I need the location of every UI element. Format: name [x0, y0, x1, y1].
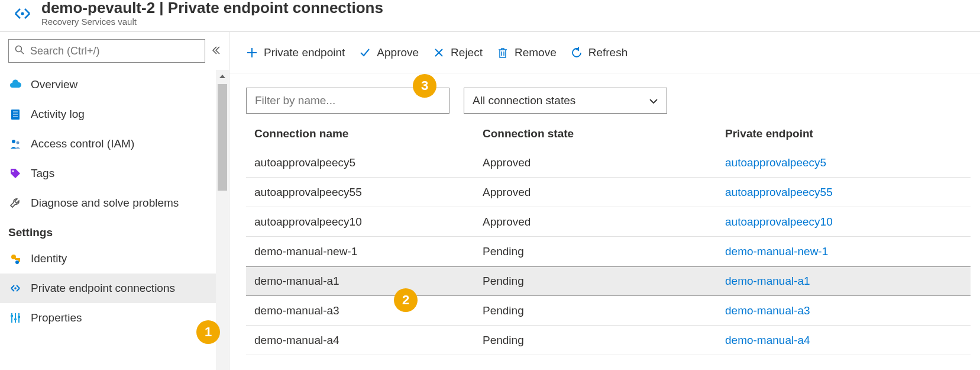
- svg-rect-11: [15, 258, 20, 260]
- endpoint-link[interactable]: demo-manual-a3: [725, 304, 810, 317]
- tool-label: Private endpoint: [264, 46, 345, 59]
- table-row[interactable]: demo-manual-new-1Pendingdemo-manual-new-…: [246, 237, 971, 266]
- annotation-badge-1: 1: [196, 320, 220, 344]
- check-icon: [359, 47, 371, 59]
- endpoint-link[interactable]: demo-manual-a1: [725, 275, 810, 287]
- scroll-thumb[interactable]: [218, 84, 227, 191]
- sidebar-search[interactable]: [8, 39, 205, 63]
- wrench-icon: [8, 196, 22, 210]
- sidebar-item-access-control-iam-[interactable]: Access control (IAM): [0, 129, 216, 159]
- cloud-icon: [8, 78, 22, 92]
- x-icon: [433, 47, 445, 59]
- tool-label: Reject: [451, 46, 483, 59]
- connections-table: Connection name Connection state Private…: [229, 120, 980, 355]
- cell-private-endpoint: demo-manual-a1: [725, 275, 971, 288]
- table-row[interactable]: autoapprovalpeecy55Approvedautoapprovalp…: [246, 178, 971, 207]
- cell-connection-state: Approved: [483, 215, 725, 229]
- cell-private-endpoint: autoapprovalpeecy55: [725, 186, 971, 199]
- page-subtitle: Recovery Services vault: [41, 17, 383, 27]
- search-input[interactable]: [30, 45, 199, 57]
- col-connection-state[interactable]: Connection state: [483, 127, 725, 140]
- approve-button[interactable]: Approve: [359, 46, 419, 59]
- people-icon: [8, 137, 22, 151]
- search-icon: [15, 45, 24, 57]
- cell-connection-name: demo-manual-a1: [246, 275, 483, 288]
- cell-connection-name: demo-manual-a4: [246, 334, 483, 347]
- endpoint-link[interactable]: demo-manual-a4: [725, 334, 810, 346]
- endpoint-icon: [8, 281, 22, 295]
- plus-icon: [246, 47, 258, 59]
- table-row[interactable]: autoapprovalpeecy5Approvedautoapprovalpe…: [246, 148, 971, 178]
- sidebar-item-label: Private endpoint connections: [31, 282, 175, 295]
- sidebar-section-settings: Settings: [0, 218, 216, 244]
- cell-connection-state: Pending: [483, 334, 725, 347]
- cell-private-endpoint: autoapprovalpeecy10: [725, 215, 971, 229]
- sidebar-item-activity-log[interactable]: Activity log: [0, 99, 216, 129]
- sidebar-item-label: Activity log: [31, 108, 85, 121]
- sidebar-item-identity[interactable]: Identity: [0, 244, 216, 274]
- sidebar-item-label: Identity: [31, 252, 67, 265]
- page-header: demo-pevault-2 | Private endpoint connec…: [0, 0, 980, 32]
- cell-connection-name: demo-manual-new-1: [246, 245, 483, 258]
- svg-point-7: [12, 140, 15, 143]
- sidebar-item-diagnose-and-solve-problems[interactable]: Diagnose and solve problems: [0, 188, 216, 218]
- svg-rect-18: [11, 315, 13, 317]
- cell-private-endpoint: demo-manual-new-1: [725, 245, 971, 258]
- sidebar-item-label: Properties: [31, 311, 82, 324]
- cell-connection-name: autoapprovalpeecy55: [246, 186, 483, 199]
- resource-icon: [11, 5, 34, 22]
- svg-line-2: [21, 51, 24, 54]
- col-connection-name[interactable]: Connection name: [246, 127, 483, 140]
- table-row[interactable]: demo-manual-a3Pendingdemo-manual-a3: [246, 296, 971, 326]
- svg-point-1: [16, 46, 22, 52]
- refresh-icon: [571, 47, 583, 59]
- sidebar: OverviewActivity logAccess control (IAM)…: [0, 32, 229, 370]
- table-header: Connection name Connection state Private…: [246, 120, 971, 148]
- endpoint-link[interactable]: demo-manual-new-1: [725, 245, 828, 258]
- select-label: All connection states: [473, 94, 575, 107]
- sidebar-item-tags[interactable]: Tags: [0, 159, 216, 188]
- connection-state-select[interactable]: All connection states: [464, 88, 667, 114]
- add-private-endpoint-button[interactable]: Private endpoint: [246, 46, 345, 59]
- sidebar-item-properties[interactable]: Properties: [0, 303, 216, 333]
- sidebar-nav: OverviewActivity logAccess control (IAM)…: [0, 70, 229, 370]
- svg-point-8: [17, 141, 20, 144]
- collapse-sidebar-icon[interactable]: [211, 44, 221, 58]
- cell-private-endpoint: demo-manual-a3: [725, 304, 971, 317]
- tag-icon: [8, 166, 22, 181]
- trash-icon: [497, 47, 509, 59]
- page-title: demo-pevault-2 | Private endpoint connec…: [41, 0, 383, 15]
- endpoint-link[interactable]: autoapprovalpeecy10: [725, 215, 833, 228]
- cell-connection-state: Pending: [483, 245, 725, 258]
- table-row[interactable]: autoapprovalpeecy10Approvedautoapprovalp…: [246, 207, 971, 237]
- remove-button[interactable]: Remove: [497, 46, 557, 59]
- table-row[interactable]: demo-manual-a1Pendingdemo-manual-a1: [246, 266, 971, 296]
- cell-connection-state: Pending: [483, 304, 725, 317]
- cell-connection-state: Pending: [483, 275, 725, 288]
- svg-point-14: [14, 287, 17, 289]
- cell-private-endpoint: demo-manual-a4: [725, 334, 971, 347]
- filter-bar: All connection states: [229, 73, 980, 120]
- table-row[interactable]: demo-manual-a4Pendingdemo-manual-a4: [246, 326, 971, 355]
- reject-button[interactable]: Reject: [433, 46, 483, 59]
- refresh-button[interactable]: Refresh: [571, 46, 628, 59]
- cell-connection-name: autoapprovalpeecy10: [246, 215, 483, 229]
- sidebar-item-private-endpoint-connections[interactable]: Private endpoint connections: [0, 274, 216, 303]
- svg-point-13: [15, 260, 19, 264]
- sidebar-item-label: Access control (IAM): [31, 137, 134, 150]
- annotation-badge-3: 3: [413, 74, 436, 98]
- endpoint-link[interactable]: autoapprovalpeecy5: [725, 156, 826, 169]
- tool-label: Approve: [377, 46, 419, 59]
- cell-connection-state: Approved: [483, 156, 725, 169]
- scroll-up-icon[interactable]: [216, 70, 229, 83]
- key-icon: [8, 252, 22, 266]
- sidebar-item-label: Tags: [31, 167, 54, 180]
- sidebar-item-overview[interactable]: Overview: [0, 70, 216, 99]
- col-private-endpoint[interactable]: Private endpoint: [725, 127, 971, 140]
- cell-connection-state: Approved: [483, 186, 725, 199]
- sidebar-item-label: Diagnose and solve problems: [31, 197, 179, 210]
- cell-connection-name: demo-manual-a3: [246, 304, 483, 317]
- toolbar: Private endpoint Approve Reject Remove R…: [229, 32, 980, 73]
- endpoint-link[interactable]: autoapprovalpeecy55: [725, 186, 833, 198]
- cell-connection-name: autoapprovalpeecy5: [246, 156, 483, 169]
